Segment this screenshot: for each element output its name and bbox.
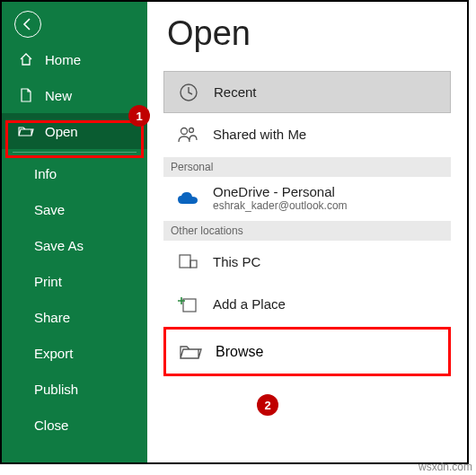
svg-rect-3	[180, 255, 190, 268]
location-label: OneDrive - Personal	[213, 184, 348, 199]
sidebar-item-new[interactable]: New	[2, 77, 147, 113]
sidebar-item-export[interactable]: Export	[2, 335, 147, 371]
add-place-icon	[176, 295, 199, 313]
backstage-sidebar: Home New Open Info Save Save As Print	[2, 2, 147, 462]
sidebar-item-label: Home	[45, 52, 81, 67]
annotation-badge-1: 1	[128, 105, 150, 127]
location-label: Shared with Me	[213, 127, 306, 142]
location-thispc[interactable]: This PC	[163, 241, 451, 283]
location-label: Recent	[214, 84, 257, 100]
sidebar-item-close[interactable]: Close	[2, 407, 147, 443]
back-area	[2, 2, 147, 41]
people-icon	[176, 126, 199, 144]
location-label: Browse	[216, 344, 263, 360]
sidebar-item-save[interactable]: Save	[2, 191, 147, 227]
locations-list: Recent Shared with Me Personal OneDrive …	[163, 71, 451, 376]
annotation-badge-2: 2	[257, 394, 278, 416]
folder-icon	[179, 343, 202, 361]
sidebar-item-label: Save	[34, 202, 65, 217]
sidebar-item-label: Export	[34, 346, 73, 361]
location-sublabel: eshrak_kader@outlook.com	[213, 199, 348, 212]
sidebar-separator	[13, 152, 137, 153]
pc-icon	[176, 253, 199, 271]
sidebar-item-saveas[interactable]: Save As	[2, 227, 147, 263]
back-button[interactable]	[14, 11, 41, 38]
new-doc-icon	[18, 88, 34, 102]
sidebar-item-label: Publish	[34, 382, 78, 397]
sidebar-item-label: New	[45, 88, 72, 103]
cloud-icon	[176, 190, 199, 207]
sidebar-item-label: Info	[34, 166, 57, 181]
back-arrow-icon	[21, 17, 35, 31]
page-title: Open	[147, 2, 467, 53]
svg-rect-5	[183, 299, 196, 312]
sidebar-item-label: Save As	[34, 238, 84, 253]
location-text: OneDrive - Personal eshrak_kader@outlook…	[213, 184, 348, 212]
location-recent[interactable]: Recent	[163, 71, 451, 113]
sidebar-item-label: Open	[45, 124, 78, 139]
sidebar-item-info[interactable]: Info	[2, 155, 147, 191]
svg-point-1	[181, 128, 188, 134]
location-label: Add a Place	[213, 296, 286, 312]
sidebar-item-label: Share	[34, 310, 70, 325]
section-personal: Personal	[163, 157, 451, 177]
sidebar-item-label: Close	[34, 418, 68, 433]
main-panel: Open Recent Shared with Me Personal	[147, 2, 467, 462]
watermark: wsxdn.com	[419, 461, 472, 473]
home-icon	[18, 52, 34, 66]
sidebar-item-publish[interactable]: Publish	[2, 371, 147, 407]
svg-rect-4	[190, 260, 197, 268]
clock-icon	[177, 83, 200, 102]
section-other: Other locations	[163, 221, 451, 241]
location-browse[interactable]: Browse	[163, 327, 451, 376]
sidebar-item-label: Print	[34, 274, 62, 289]
folder-open-icon	[18, 125, 34, 137]
location-onedrive[interactable]: OneDrive - Personal eshrak_kader@outlook…	[163, 177, 451, 219]
sidebar-item-share[interactable]: Share	[2, 299, 147, 335]
location-label: This PC	[213, 254, 260, 269]
sidebar-item-print[interactable]: Print	[2, 263, 147, 299]
location-addplace[interactable]: Add a Place	[163, 283, 451, 325]
sidebar-item-home[interactable]: Home	[2, 41, 147, 77]
sidebar-item-open[interactable]: Open	[2, 113, 147, 149]
location-shared[interactable]: Shared with Me	[163, 113, 451, 155]
svg-point-2	[190, 128, 194, 132]
